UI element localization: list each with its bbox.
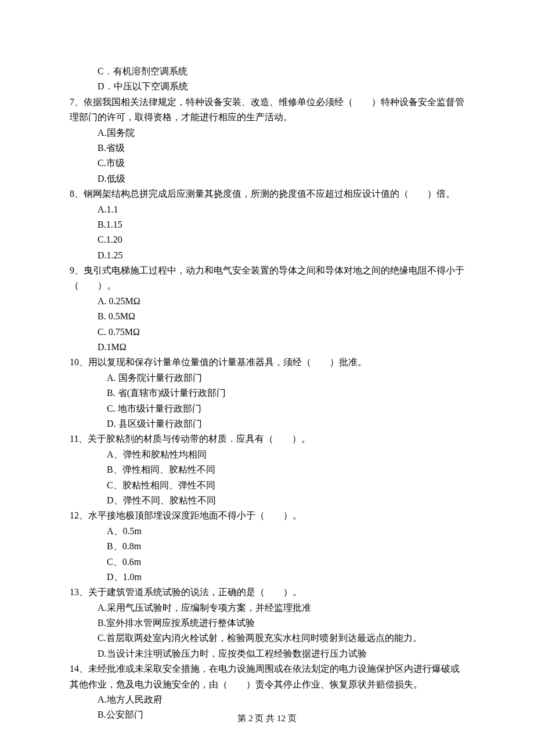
q10-option-c: C. 地市级计量行政部门	[70, 401, 464, 416]
q10-option-d: D. 县区级计量行政部门	[70, 416, 464, 431]
q9-option-b: B. 0.5MΩ	[70, 309, 464, 324]
q12-text: 12、水平接地极顶部埋设深度距地面不得小于（ ）。	[70, 508, 464, 523]
q13-text: 13、关于建筑管道系统试验的说法，正确的是（ ）。	[70, 585, 464, 600]
q7-option-a: A.国务院	[70, 125, 464, 141]
q13-option-d: D.当设计未注明试验压力时，应按类似工程经验数据进行压力试验	[70, 646, 464, 661]
q8-option-c: C.1.20	[70, 232, 464, 247]
q7-option-d: D.低级	[70, 171, 464, 186]
q10-option-b: B. 省(直辖市)级计量行政部门	[70, 386, 464, 401]
q14-option-a: A.地方人民政府	[70, 692, 464, 707]
q11-text: 11、关于胶粘剂的材质与传动带的材质．应具有（ ）。	[70, 431, 464, 447]
q9-option-c: C. 0.75MΩ	[70, 325, 464, 340]
q6-option-c: C．有机溶剂空调系统	[70, 64, 464, 79]
q12-option-b: B、0.8m	[70, 539, 464, 554]
q13-option-b: B.室外排水管网应按系统进行整体试验	[70, 615, 464, 631]
q11-option-d: D、弹性不同、胶粘性不同	[70, 493, 464, 508]
q6-option-d: D．中压以下空调系统	[70, 79, 464, 94]
q8-text: 8、钢网架结构总拼完成后应测量其挠度值，所测的挠度值不应超过相应设计值的（ ）倍…	[70, 186, 464, 201]
q8-option-b: B.1.15	[70, 217, 464, 232]
q8-option-d: D.1.25	[70, 248, 464, 263]
q11-option-c: C、胶粘性相同、弹性不同	[70, 478, 464, 493]
q9-option-a: A. 0.25MΩ	[70, 294, 464, 309]
q12-option-d: D、1.0m	[70, 570, 464, 585]
q7-option-c: C.市级	[70, 156, 464, 171]
q7-option-b: B.省级	[70, 141, 464, 156]
q10-text: 10、用以复现和保存计量单位量值的计量基准器具，须经（ ）批准。	[70, 355, 464, 370]
q8-option-a: A.1.1	[70, 202, 464, 217]
q11-option-b: B、弹性相同、胶粘性不同	[70, 462, 464, 477]
q12-option-a: A、0.5m	[70, 524, 464, 539]
q13-option-a: A.采用气压试验时，应编制专项方案，并经监理批准	[70, 600, 464, 615]
q9-option-d: D.1MΩ	[70, 340, 464, 355]
document-page: C．有机溶剂空调系统 D．中压以下空调系统 7、依据我国相关法律规定，特种设备安…	[0, 0, 534, 756]
page-footer: 第 2 页 共 12 页	[0, 711, 534, 726]
q11-option-a: A、弹性和胶粘性均相同	[70, 447, 464, 462]
q7-text: 7、依据我国相关法律规定，特种设备安装、改造、维修单位必须经（ ）特种设备安全监…	[70, 95, 464, 125]
q10-option-a: A. 国务院计量行政部门	[70, 370, 464, 386]
q14-text: 14、未经批准或未采取安全措施，在电力设施周围或在依法划定的电力设施保护区内进行…	[70, 661, 464, 692]
q9-text: 9、曳引式电梯施工过程中，动力和电气安全装置的导体之间和导体对地之间的绝缘电阻不…	[70, 263, 464, 294]
q13-option-c: C.首层取两处室内消火栓试射，检验两股充实水柱同时喷射到达最远点的能力。	[70, 631, 464, 646]
q12-option-c: C、0.6m	[70, 555, 464, 570]
